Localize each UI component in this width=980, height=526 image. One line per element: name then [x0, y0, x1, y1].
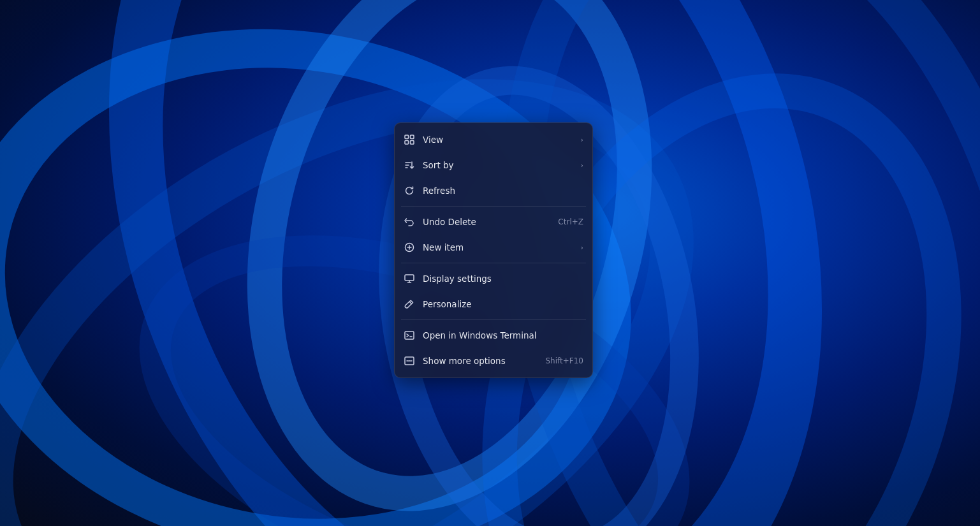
svg-rect-5	[405, 275, 414, 281]
context-menu: View › Sort by › Refresh	[394, 122, 593, 378]
brush-icon	[404, 298, 415, 310]
svg-rect-0	[405, 135, 409, 139]
chevron-right-icon: ›	[581, 244, 583, 252]
sort-by-label: Sort by	[423, 160, 573, 170]
more-icon	[404, 355, 415, 367]
context-menu-item-refresh[interactable]: Refresh	[395, 178, 592, 203]
undo-delete-label: Undo Delete	[423, 217, 550, 227]
refresh-icon	[404, 185, 415, 196]
sort-icon	[404, 159, 415, 171]
svg-rect-2	[405, 141, 409, 145]
svg-rect-1	[411, 135, 414, 139]
context-menu-item-undo-delete[interactable]: Undo Delete Ctrl+Z	[395, 209, 592, 235]
show-more-shortcut: Shift+F10	[545, 356, 583, 365]
new-item-label: New item	[423, 242, 573, 252]
open-terminal-label: Open in Windows Terminal	[423, 330, 583, 340]
display-icon	[404, 273, 415, 284]
divider-3	[401, 319, 586, 320]
display-settings-label: Display settings	[423, 274, 583, 284]
context-menu-item-sort-by[interactable]: Sort by ›	[395, 152, 592, 178]
svg-rect-3	[411, 141, 414, 145]
divider-2	[401, 263, 586, 263]
undo-icon	[404, 216, 415, 228]
plus-circle-icon	[404, 242, 415, 253]
grid-icon	[404, 134, 415, 145]
context-menu-item-show-more[interactable]: Show more options Shift+F10	[395, 348, 592, 374]
context-menu-item-display-settings[interactable]: Display settings	[395, 266, 592, 291]
context-menu-item-open-terminal[interactable]: Open in Windows Terminal	[395, 323, 592, 348]
chevron-right-icon: ›	[581, 136, 583, 144]
context-menu-item-view[interactable]: View ›	[395, 127, 592, 152]
chevron-right-icon: ›	[581, 161, 583, 170]
refresh-label: Refresh	[423, 186, 583, 196]
context-menu-item-personalize[interactable]: Personalize	[395, 291, 592, 317]
terminal-icon	[404, 330, 415, 341]
personalize-label: Personalize	[423, 299, 583, 309]
view-label: View	[423, 135, 573, 145]
divider-1	[401, 206, 586, 207]
show-more-label: Show more options	[423, 356, 538, 366]
undo-delete-shortcut: Ctrl+Z	[558, 217, 583, 226]
svg-rect-6	[405, 332, 414, 339]
context-menu-item-new-item[interactable]: New item ›	[395, 235, 592, 260]
